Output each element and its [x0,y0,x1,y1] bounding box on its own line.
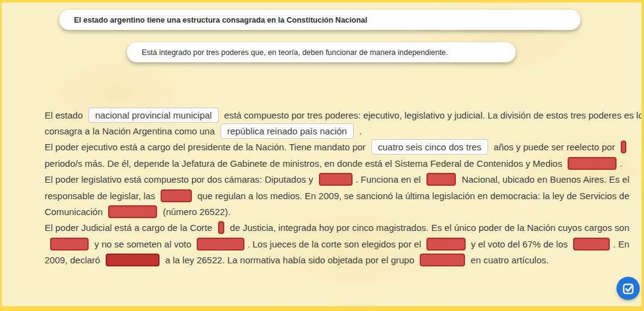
text-segment: El poder legislativo está compuesto por … [45,174,316,185]
cloze-exercise: El estado nacional provincial municipal … [45,107,629,268]
answer-blank[interactable] [50,238,89,251]
cloze-line: y no se someten al voto . Los jueces de … [45,236,629,252]
cloze-line: responsable de legislar, las que regulan… [45,188,629,203]
text-segment: consagra a la Nación Argentina como una [45,126,218,136]
cloze-line: El estado nacional provincial municipal … [45,107,629,123]
answer-blank[interactable] [426,238,465,251]
word-choice-box[interactable]: cuatro seis cinco dos tres [371,139,488,155]
text-segment: de Justicia, integrada hoy por cinco mag… [227,222,629,233]
text-segment: El poder ejecutivo está a cargo del pres… [45,142,368,152]
text-segment: El poder Judicial está a cargo de la Cor… [45,222,215,233]
cloze-line: El poder Judicial está a cargo de la Cor… [45,220,629,236]
text-segment: 2009, declaró [45,255,103,265]
text-segment: . [357,126,362,136]
answer-blank[interactable] [621,141,626,153]
subtitle-text: Está integrado por tres poderes que, en … [142,48,448,57]
title-bubble: El estado argentino tiene una estructura… [59,10,580,30]
answer-blank[interactable] [319,173,353,186]
text-segment: . En [613,239,629,249]
text-segment: (número 26522). [160,207,230,217]
answer-blank[interactable] [218,221,225,234]
answer-blank[interactable] [161,189,192,202]
text-segment: responsable de legislar, las [45,191,158,201]
answer-blank[interactable] [106,254,159,266]
text-segment: y no se someten al voto [92,239,194,249]
text-segment: Comunicación [45,207,105,217]
check-answers-button[interactable] [617,277,640,300]
subtitle-bubble: Está integrado por tres poderes que, en … [127,42,516,62]
text-segment: . Funciona en el [356,174,423,185]
answer-blank[interactable] [197,238,244,251]
text-segment: años y puede ser reelecto por [491,142,618,152]
text-segment: . Los jueces de la corte son elegidos po… [247,239,424,249]
text-segment: está compuesto por tres poderes: ejecuti… [222,110,644,120]
text-segment: en cuatro artículos. [468,255,549,265]
cloze-line: Comunicación (número 26522). [45,203,629,219]
cloze-line: periodo/s más. De él, depende la Jefatur… [45,155,629,171]
text-segment: a la ley 26522. La normativa había sido … [163,255,417,265]
text-segment: . [620,158,622,169]
check-square-icon [622,282,635,295]
word-choice-box[interactable]: república reinado país nación [221,123,354,139]
answer-blank[interactable] [573,238,610,251]
text-segment [45,239,47,249]
word-choice-box[interactable]: nacional provincial municipal [89,108,219,123]
title-text: El estado argentino tiene una estructura… [74,16,367,24]
cloze-line: consagra a la Nación Argentina como una … [45,123,629,139]
answer-blank[interactable] [568,157,617,170]
cloze-line: 2009, declaró a la ley 26522. La normati… [45,252,629,268]
cloze-line: El poder legislativo está compuesto por … [45,172,629,188]
answer-blank[interactable] [420,254,465,266]
text-segment: y el voto del 67% de los [469,239,571,249]
text-segment: Nacional, ubicado en Buenos Aires. Es el [459,174,629,185]
answer-blank[interactable] [426,173,456,186]
text-segment: El estado [45,110,86,120]
text-segment: periodo/s más. De él, depende la Jefatur… [45,158,565,169]
worksheet-page: { "colors": { "page_bg": "#FAF1C9", "fra… [0,0,644,311]
cloze-line: El poder ejecutivo está a cargo del pres… [45,139,629,155]
answer-blank[interactable] [108,205,157,218]
text-segment: que regulan a los medios. En 2009, se sa… [195,191,629,201]
